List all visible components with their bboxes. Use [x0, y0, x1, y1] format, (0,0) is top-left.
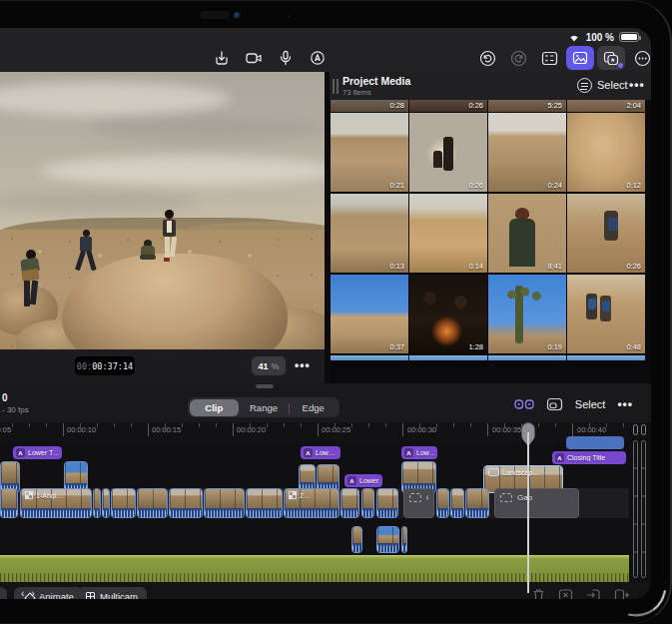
- media-item[interactable]: 0:19: [488, 275, 566, 353]
- media-item[interactable]: 0:37: [331, 275, 408, 353]
- title-clip[interactable]: ALower…: [344, 474, 382, 487]
- video-clip[interactable]: [93, 488, 101, 518]
- video-clip[interactable]: [361, 488, 374, 518]
- clip-waveform: [112, 508, 135, 517]
- title-clip[interactable]: ALower T…: [13, 446, 62, 459]
- media-item[interactable]: 0:12: [567, 113, 645, 192]
- media-item[interactable]: 1:28: [409, 275, 487, 353]
- mode-clip[interactable]: Clip: [190, 399, 240, 416]
- media-item[interactable]: 2:04: [567, 100, 645, 112]
- video-clip[interactable]: [102, 488, 110, 518]
- media-item[interactable]: 0:48: [567, 275, 645, 353]
- mode-edge[interactable]: Edge: [289, 399, 338, 416]
- video-clip[interactable]: [351, 526, 362, 553]
- media-item[interactable]: 0:21: [331, 113, 408, 192]
- video-clip[interactable]: [340, 488, 359, 518]
- clip-waveform: [377, 543, 398, 552]
- video-clip[interactable]: [169, 488, 203, 518]
- video-clip[interactable]: [0, 488, 18, 518]
- media-item[interactable]: 0:13: [331, 194, 408, 273]
- insert-icon[interactable]: [586, 588, 601, 599]
- timecode-display[interactable]: 00:00:37:14: [75, 356, 135, 375]
- inspector-icon[interactable]: [535, 46, 563, 70]
- animate-button[interactable]: Animate: [14, 587, 83, 599]
- title-clip[interactable]: ALow…: [401, 446, 437, 459]
- media-select-button[interactable]: Select: [597, 79, 628, 91]
- video-viewer[interactable]: [0, 72, 325, 349]
- media-browser-icon[interactable]: [566, 46, 594, 70]
- media-item[interactable]: [567, 355, 645, 360]
- film-clip-icon: [488, 468, 499, 476]
- video-clip[interactable]: [246, 488, 283, 518]
- filter-icon[interactable]: [577, 78, 592, 93]
- more-icon[interactable]: [628, 46, 651, 70]
- overwrite-icon[interactable]: [614, 588, 629, 599]
- video-clip[interactable]: 2…: [284, 488, 339, 518]
- clip-duration: 0:26: [626, 262, 641, 271]
- mic-icon[interactable]: [272, 46, 300, 70]
- media-item[interactable]: 8:41: [488, 194, 566, 273]
- camera-icon[interactable]: [240, 46, 268, 70]
- undo-icon[interactable]: [473, 46, 501, 70]
- magnetic-timeline-icon[interactable]: [514, 397, 534, 411]
- cropped-button[interactable]: [0, 587, 7, 599]
- person-standing-top: [160, 210, 180, 266]
- vertical-scrollbar[interactable]: [633, 440, 638, 578]
- gap-clip[interactable]: Gap: [494, 488, 579, 518]
- title-clip[interactable]: AClosing Title: [552, 451, 626, 464]
- delete-icon[interactable]: [532, 588, 545, 599]
- timeline-select-button[interactable]: Select: [575, 398, 606, 410]
- track-height-handle[interactable]: [641, 424, 646, 435]
- timeline-more-button[interactable]: •••: [617, 397, 633, 411]
- media-item[interactable]: [488, 355, 566, 360]
- media-item[interactable]: 0:14: [409, 194, 487, 273]
- redo-icon[interactable]: [504, 46, 532, 70]
- media-item[interactable]: 5:25: [488, 100, 566, 112]
- video-clip[interactable]: [204, 488, 245, 518]
- media-grid: 0:280:265:252:040:210:260:240:120:130:14…: [330, 100, 651, 383]
- multicam-button[interactable]: Multicam: [77, 587, 147, 599]
- playhead-line: [527, 432, 529, 593]
- clip-waveform: [21, 508, 91, 517]
- track-height-handle[interactable]: [633, 424, 638, 435]
- pencil-tool-icon[interactable]: [304, 46, 332, 70]
- title-clip[interactable]: ALow…: [301, 446, 340, 459]
- edit-actions: [532, 588, 629, 599]
- media-item[interactable]: 0:26: [409, 113, 487, 192]
- extract-icon[interactable]: [558, 588, 573, 599]
- media-item[interactable]: [409, 355, 487, 360]
- video-clip[interactable]: [436, 488, 449, 518]
- video-clip[interactable]: [465, 488, 489, 518]
- gap-icon: [409, 493, 421, 502]
- media-item[interactable]: 0:28: [331, 100, 408, 112]
- zoom-level-button[interactable]: 41%: [252, 356, 286, 375]
- viewer-more-button[interactable]: •••: [295, 358, 311, 372]
- timeline-resize-handle[interactable]: [256, 384, 274, 388]
- import-icon[interactable]: [208, 46, 236, 70]
- media-more-button[interactable]: •••: [629, 78, 645, 92]
- effects-badge-dot: [618, 63, 623, 68]
- media-item[interactable]: [331, 355, 408, 360]
- effects-icon[interactable]: [597, 46, 625, 70]
- video-clip[interactable]: [376, 488, 398, 518]
- media-item[interactable]: 0:24: [488, 113, 566, 192]
- clip-filmstrip: [402, 527, 406, 543]
- media-item[interactable]: 0:26: [567, 194, 645, 273]
- video-clip[interactable]: [376, 526, 399, 553]
- video-clip[interactable]: [401, 526, 407, 553]
- clip-filmstrip: [341, 489, 358, 508]
- picture-in-picture-icon[interactable]: [546, 397, 563, 411]
- video-clip[interactable]: [450, 488, 464, 518]
- video-clip[interactable]: [137, 488, 168, 518]
- audio-track[interactable]: [0, 555, 629, 582]
- vertical-scrollbar[interactable]: [641, 440, 646, 578]
- media-item[interactable]: 0:26: [409, 100, 487, 112]
- video-clip[interactable]: 1-Angl…: [20, 488, 92, 518]
- connected-clip-bar[interactable]: [566, 436, 624, 449]
- video-clip[interactable]: [111, 488, 136, 518]
- clip-filmstrip: [247, 489, 282, 508]
- gap-clip[interactable]: G…: [403, 488, 434, 518]
- panel-drag-handle[interactable]: [333, 79, 338, 94]
- mode-range[interactable]: Range: [239, 399, 289, 416]
- clip-filmstrip: [466, 489, 488, 508]
